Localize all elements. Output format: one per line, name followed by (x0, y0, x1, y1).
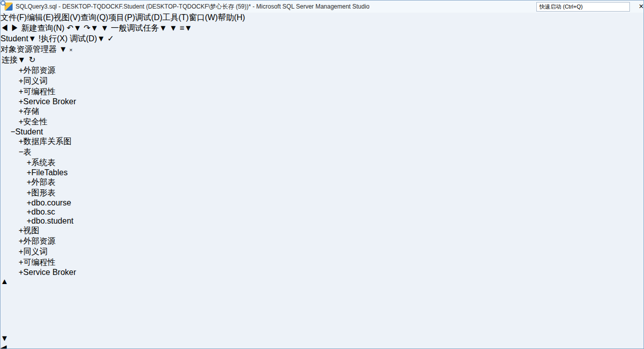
tree-item[interactable]: +数据库关系图 (1, 136, 643, 147)
menu-item-1[interactable]: 文件(F) (1, 13, 27, 22)
expand-icon[interactable]: + (19, 137, 23, 146)
expand-icon[interactable]: + (27, 158, 31, 167)
chevron-down-icon[interactable]: ▼ (59, 45, 67, 53)
tree-item-label: 外部表 (31, 178, 55, 186)
tree-item-label: 安全性 (23, 117, 47, 126)
chevron-down-icon: ▼ (28, 34, 36, 43)
toolbar-options-icon[interactable]: ≡▼ (180, 24, 192, 32)
tree-item[interactable]: +dbo.sc (1, 207, 643, 217)
new-query-button[interactable]: 新建查询(N) (21, 24, 64, 32)
close-button[interactable]: × (639, 2, 643, 11)
tree-item[interactable]: +外部表 (1, 177, 643, 188)
database-combo[interactable]: Student▼ (1, 34, 36, 43)
main-area: 对象资源管理器 ▼ × 连接▼ ↻ +外部资源+同义词+可编程性+Service… (1, 44, 643, 349)
expand-icon[interactable]: + (19, 97, 23, 106)
tree-item[interactable]: +安全性 (1, 117, 643, 127)
menu-item-6[interactable]: 调试(D) (135, 13, 163, 22)
tree-item[interactable]: +可编程性 (1, 87, 643, 97)
tree-item-label: dbo.student (31, 217, 73, 225)
menu-item-7[interactable]: 工具(T) (163, 13, 189, 22)
menu-item-3[interactable]: 视图(V) (54, 13, 80, 22)
undo-icon[interactable]: ↶▼ (67, 24, 82, 32)
quick-launch-search[interactable]: 快速启动 (Ctrl+Q) (536, 2, 630, 12)
tree-item-label: 可编程性 (23, 87, 55, 96)
generic-combo[interactable]: ▼ (101, 24, 109, 32)
tree-item-label: Service Broker (23, 268, 76, 276)
menu-item-8[interactable]: 窗口(W) (189, 13, 218, 22)
expand-icon[interactable]: + (19, 77, 23, 85)
tree-vertical-scrollbar[interactable]: ▲ ▼ (1, 277, 643, 343)
sql-editor-toolbar: Student▼ !执行(X) 调试(D)▼ ✓ (1, 34, 643, 44)
expand-icon[interactable]: + (27, 198, 31, 207)
execute-button[interactable]: !执行(X) (38, 34, 67, 43)
expand-icon[interactable]: + (27, 207, 31, 216)
expand-icon[interactable]: + (19, 107, 23, 115)
collapse-icon[interactable]: − (11, 127, 15, 136)
scroll-up-icon[interactable]: ▲ (1, 277, 9, 286)
tree-item[interactable]: +系统表 (1, 158, 643, 168)
refresh-icon[interactable]: ↻ (29, 55, 35, 64)
menubar: 文件(F)编辑(E)视图(V)查询(Q)项目(P)调试(D)工具(T)窗口(W)… (1, 13, 643, 23)
scroll-down-icon[interactable]: ▼ (1, 334, 9, 342)
tree-item[interactable]: +外部资源 (1, 65, 643, 76)
ssms-window: SQLQuery3.sql - DESKTOP-TQDOCKF.Student … (0, 0, 644, 349)
tree-item-label: 同义词 (23, 77, 47, 85)
parse-check-icon[interactable]: ✓ (107, 34, 114, 43)
tree-item[interactable]: +图形表 (1, 188, 643, 198)
expand-icon[interactable]: + (27, 217, 31, 225)
tree-item[interactable]: +同义词 (1, 247, 643, 257)
tree-item-label: 存储 (23, 107, 39, 115)
nav-forward-icon[interactable]: ▶ (11, 24, 19, 32)
tree-item[interactable]: +存储 (1, 106, 643, 117)
titlebar: SQLQuery3.sql - DESKTOP-TQDOCKF.Student … (1, 1, 643, 13)
expand-icon[interactable]: + (27, 168, 31, 177)
expand-icon[interactable]: + (19, 66, 23, 75)
nav-back-icon[interactable]: ◀ (1, 24, 9, 32)
chevron-down-icon: ▼ (101, 24, 109, 32)
scrollbar-thumb[interactable] (1, 286, 643, 334)
expand-icon[interactable]: + (19, 237, 23, 245)
tree-item[interactable]: +FileTables (1, 168, 643, 177)
collapse-icon[interactable]: − (19, 148, 23, 156)
scroll-left-icon[interactable]: ◀ (1, 343, 7, 349)
quick-launch-placeholder: 快速启动 (Ctrl+Q) (539, 3, 583, 11)
tree-item[interactable]: +Service Broker (1, 268, 643, 277)
tree-item[interactable]: +dbo.course (1, 198, 643, 207)
tree-item[interactable]: −Student (1, 127, 643, 136)
tree-item[interactable]: +同义词 (1, 76, 643, 87)
expand-icon[interactable]: + (27, 178, 31, 186)
close-panel-icon[interactable]: × (69, 47, 72, 53)
redo-icon[interactable]: ↷▼ (84, 24, 98, 32)
tree-item-label: 数据库关系图 (23, 137, 71, 146)
tree-item[interactable]: +可编程性 (1, 257, 643, 268)
tree-horizontal-scrollbar[interactable]: ◀ ▶ (1, 343, 643, 349)
connect-button[interactable]: 连接▼ (1, 55, 27, 64)
object-explorer-toolbar: 连接▼ ↻ (1, 55, 643, 65)
object-explorer-tree[interactable]: +外部资源+同义词+可编程性+Service Broker+存储+安全性−Stu… (1, 65, 643, 343)
chevron-down-icon: ▼ (170, 24, 178, 32)
menu-item-9[interactable]: 帮助(H) (218, 13, 245, 22)
expand-icon[interactable]: + (19, 268, 23, 276)
tree-item[interactable]: +dbo.student (1, 217, 643, 226)
tree-item-label: 表 (23, 148, 31, 156)
tree-item-label: dbo.course (31, 198, 71, 207)
menu-item-2[interactable]: 编辑(E) (27, 13, 53, 22)
tree-item[interactable]: −表 (1, 147, 643, 158)
tree-item-label: 图形表 (31, 188, 55, 197)
expand-icon[interactable]: + (19, 247, 23, 256)
expand-icon[interactable]: + (19, 117, 23, 126)
expand-icon[interactable]: + (19, 258, 23, 266)
ssms-app-icon (5, 3, 13, 11)
debug-button[interactable]: 调试(D)▼ (70, 34, 105, 43)
debug-tasks-combo[interactable]: 一般调试任务▼ (111, 24, 167, 32)
tree-item[interactable]: +视图 (1, 226, 643, 236)
menu-item-4[interactable]: 查询(Q) (80, 13, 108, 22)
solution-combo[interactable]: ▼ (170, 24, 178, 32)
tree-item[interactable]: +Service Broker (1, 97, 643, 106)
tree-item[interactable]: +外部资源 (1, 236, 643, 247)
expand-icon[interactable]: + (19, 226, 23, 235)
tree-rows: +外部资源+同义词+可编程性+Service Broker+存储+安全性−Stu… (1, 65, 643, 277)
menu-item-5[interactable]: 项目(P) (108, 13, 135, 22)
expand-icon[interactable]: + (27, 188, 31, 197)
expand-icon[interactable]: + (19, 87, 23, 96)
